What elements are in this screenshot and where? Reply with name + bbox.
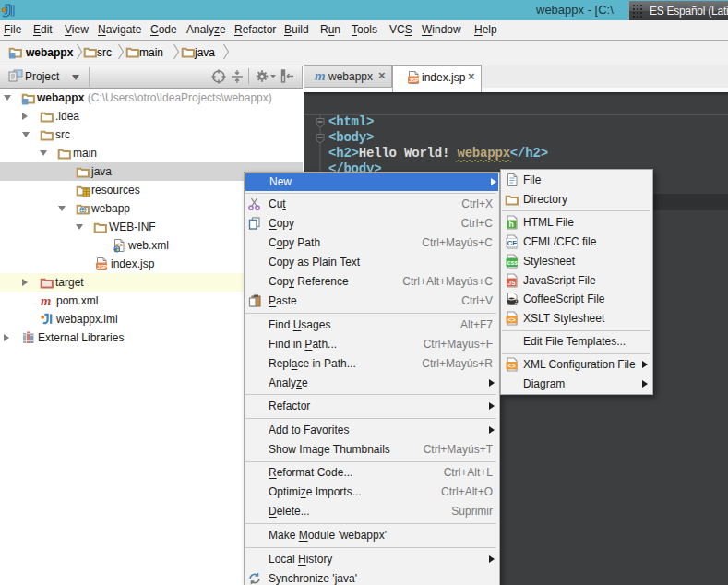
svg-text:JS: JS (508, 279, 517, 285)
svg-text:<>: <> (507, 316, 515, 324)
svg-text:<>: <> (507, 363, 515, 370)
svg-text:JSP: JSP (409, 78, 419, 83)
svg-text:JSP: JSP (97, 264, 107, 269)
svg-text:h: h (509, 220, 514, 229)
svg-text:css: css (507, 258, 519, 265)
svg-text:m: m (41, 293, 51, 308)
svg-text:CF: CF (507, 238, 517, 246)
